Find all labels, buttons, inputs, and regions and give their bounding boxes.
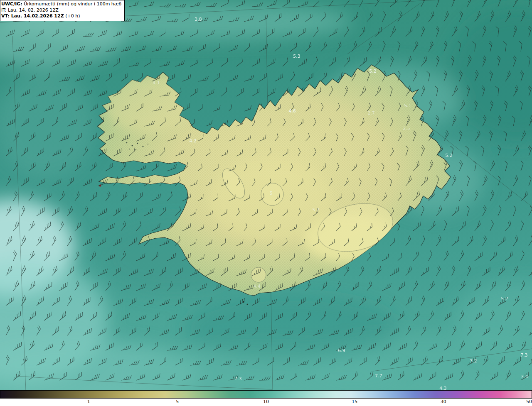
map-value-label: 6.9 <box>338 348 345 353</box>
map-value-label: 2.5 <box>403 126 410 131</box>
precip-colorbar <box>0 390 532 399</box>
map-value-label: 7.3 <box>520 352 528 358</box>
map-value-label: 5 <box>270 191 273 196</box>
colorbar-tick: 10 <box>263 399 269 404</box>
map-value-label: 4.1 <box>153 80 160 86</box>
map-title-line: UWC/IG: Úrkomumætti (mm) og vindur í 100… <box>1 1 121 7</box>
colorbar-tick: 15 <box>352 399 357 404</box>
map-value-label: 7.7 <box>375 373 382 379</box>
weather-map-page: 3.85.35.25.14.62.72.55.24.14.255.24.46.9… <box>0 0 532 406</box>
map-value-label: 3.4 <box>521 374 528 379</box>
map-value-label: 7.2 <box>470 358 477 364</box>
colorbar-tick: 5 <box>176 399 179 404</box>
map-info-panel: UWC/IG: Úrkomumætti (mm) og vindur í 100… <box>0 0 125 21</box>
map-value-label: 5.3 <box>293 54 300 59</box>
map-value-label: 3.8 <box>195 17 202 22</box>
colorbar-tick-row: 1510153050 <box>0 399 532 406</box>
valid-time-line: VT: Lau. 14.02.2026 12Z (+0 h) <box>1 13 121 20</box>
init-time-line: IT: Lau. 14. 02. 2026 12Z <box>1 7 121 14</box>
map-value-label: 7.3 <box>234 376 242 382</box>
map-value-label: 5.2 <box>369 68 377 74</box>
map-value-label: 4.6 <box>288 108 296 114</box>
init-label: IT: <box>1 7 6 13</box>
map-value-label: 5.2 <box>445 153 453 158</box>
colorbar-tick: 50 <box>526 399 532 404</box>
model-label: UWC/IG: <box>1 1 22 7</box>
map-title: Úrkomumætti (mm) og vindur í 100m hæð <box>24 1 121 7</box>
valid-label: VT: <box>1 13 10 19</box>
map-value-label: 5.2 <box>312 207 320 213</box>
valid-offset: (+0 h) <box>65 13 80 19</box>
weather-map: 3.85.35.25.14.62.72.55.24.14.255.24.46.9… <box>0 0 532 390</box>
colorbar-tick: 30 <box>441 399 446 404</box>
map-value-label: 4.3 <box>439 386 447 390</box>
valid-time: Lau. 14.02.2026 12Z <box>11 13 64 19</box>
map-value-label: 4.2 <box>189 138 197 144</box>
map-value-label: 5.2 <box>501 296 508 301</box>
colorbar-tick: 1 <box>87 399 90 404</box>
map-value-label: 2.7 <box>367 110 375 116</box>
map-value-label: 5.1 <box>404 103 411 108</box>
map-value-label: 4.4 <box>253 284 261 289</box>
init-time: Lau. 14. 02. 2026 12Z <box>8 7 59 13</box>
